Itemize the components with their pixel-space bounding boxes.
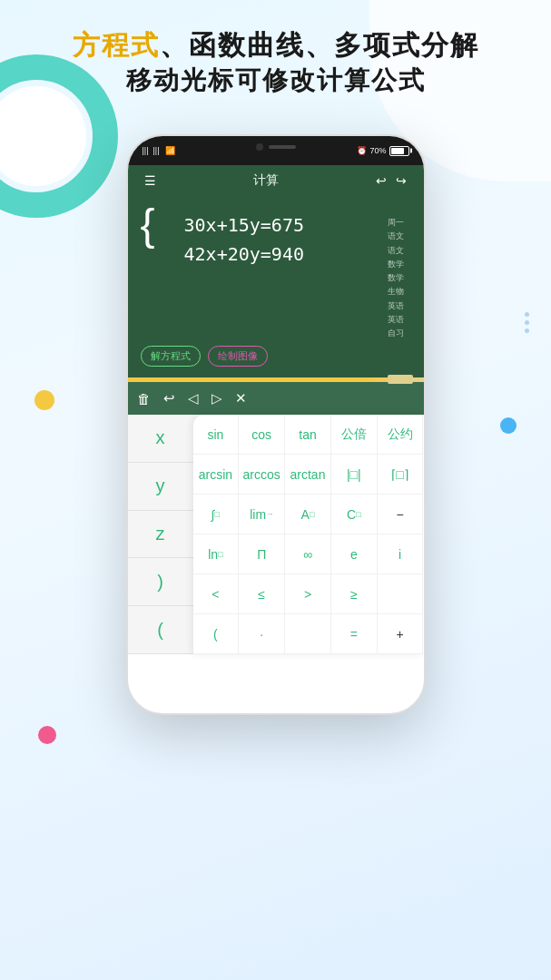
key-empty5: [378, 574, 424, 614]
key-tan[interactable]: tan: [285, 415, 331, 455]
key-arcsin[interactable]: arcsin: [193, 455, 240, 495]
phone-notch: [235, 140, 317, 154]
redo-icon[interactable]: ↪: [391, 173, 411, 188]
header-line2: 移动光标可修改计算公式: [18, 63, 533, 98]
eraser: [388, 375, 413, 384]
battery-percent: 70%: [369, 146, 386, 155]
key-open-paren[interactable]: (: [128, 606, 193, 654]
clear-icon[interactable]: ✕: [235, 390, 247, 407]
bg-dot-blue: [500, 417, 517, 434]
left-arrow-icon[interactable]: ◁: [188, 390, 199, 407]
key-empty6: [285, 614, 331, 654]
side-menu: 周一 语文 语文 数学 数学 生物 英语 英语 自习: [388, 216, 404, 341]
key-z[interactable]: z: [128, 511, 193, 559]
bg-dots-decoration: [521, 309, 533, 337]
header-section: 方程式、函数曲线、多项式分解 移动光标可修改计算公式: [0, 27, 551, 98]
right-arrow-icon[interactable]: ▷: [212, 390, 222, 407]
notch-camera: [256, 143, 263, 151]
alarm-icon: ⏰: [357, 146, 367, 155]
key-leq[interactable]: ≤: [239, 574, 285, 614]
phone-mockup: ||| ||| 📶 ⏰ 70% ☰ 计算 ↩ ↪ { 30x+15y=675 4…: [126, 134, 426, 715]
keyboard-left: x y z ) (: [128, 415, 193, 654]
key-less-than[interactable]: <: [193, 574, 240, 614]
solve-button[interactable]: 解方程式: [141, 346, 201, 367]
battery-icon: [389, 146, 409, 156]
key-grid: sin cos tan 公倍 公约 arcsin arccos arctan |…: [193, 415, 424, 654]
key-lim[interactable]: lim→: [239, 495, 285, 534]
key-plus[interactable]: +: [378, 614, 424, 654]
key-integral[interactable]: ∫□: [193, 495, 240, 534]
key-sin[interactable]: sin: [193, 415, 240, 455]
key-pi[interactable]: Π: [239, 534, 285, 574]
yellow-divider: [128, 377, 424, 382]
key-greater-than[interactable]: >: [285, 574, 331, 614]
key-y[interactable]: y: [128, 463, 193, 511]
key-dot[interactable]: ·: [239, 614, 285, 654]
undo-icon[interactable]: ↩: [371, 173, 391, 188]
status-right: ⏰ 70%: [357, 146, 408, 156]
key-lcm[interactable]: 公倍: [331, 415, 378, 455]
key-x[interactable]: x: [128, 415, 193, 463]
delete-icon[interactable]: 🗑: [137, 391, 151, 407]
header-line1: 方程式、函数曲线、多项式分解: [18, 27, 533, 63]
key-infinity[interactable]: ∞: [285, 534, 331, 574]
toolbar-title: 计算: [161, 172, 371, 189]
header-text-part2: 、函数曲线、多项式分解: [160, 30, 479, 60]
calc-display: { 30x+15y=675 42x+20y=940 周一 语文 语文 数学 数学…: [128, 196, 424, 377]
key-e[interactable]: e: [331, 534, 378, 574]
equation2: 42x+20y=940: [184, 240, 304, 269]
edit-toolbar: 🗑 ↩ ◁ ▷ ✕: [128, 382, 424, 415]
status-signal: ||| ||| 📶: [143, 146, 175, 155]
bg-dot-pink: [38, 726, 56, 744]
keyboard-area: x y z ) ( sin cos tan 公倍 公约 arcsin arcco…: [128, 415, 424, 654]
key-open-paren2[interactable]: (: [193, 614, 240, 654]
status-bar: ||| ||| 📶 ⏰ 70%: [128, 136, 424, 165]
key-abs[interactable]: |□|: [331, 455, 378, 495]
keyboard-right: sin cos tan 公倍 公约 arcsin arccos arctan |…: [193, 415, 424, 654]
draw-button[interactable]: 绘制图像: [208, 346, 268, 367]
key-C[interactable]: C□: [331, 495, 378, 534]
bg-dot-yellow: [34, 390, 54, 410]
key-ln[interactable]: ln□: [193, 534, 240, 574]
app-toolbar: ☰ 计算 ↩ ↪: [128, 165, 424, 196]
key-equals[interactable]: =: [331, 614, 378, 654]
key-arccos[interactable]: arccos: [239, 455, 285, 495]
key-i[interactable]: i: [378, 534, 424, 574]
key-minus[interactable]: −: [378, 495, 424, 534]
equations: 30x+15y=675 42x+20y=940: [184, 211, 304, 269]
brace-symbol: {: [141, 203, 155, 247]
highlight-text: 方程式: [73, 30, 160, 60]
equation1: 30x+15y=675: [184, 211, 304, 240]
calc-actions: 解方程式 绘制图像: [141, 333, 411, 367]
menu-icon[interactable]: ☰: [141, 173, 161, 188]
key-ceil[interactable]: ⌈□⌉: [378, 455, 424, 495]
key-arctan[interactable]: arctan: [285, 455, 331, 495]
key-geq[interactable]: ≥: [331, 574, 378, 614]
key-gcd[interactable]: 公约: [378, 415, 424, 455]
notch-bar: [269, 145, 296, 149]
key-close-paren[interactable]: ): [128, 558, 193, 606]
key-A[interactable]: A□: [285, 495, 331, 534]
return-icon[interactable]: ↩: [163, 390, 175, 407]
key-cos[interactable]: cos: [239, 415, 285, 455]
